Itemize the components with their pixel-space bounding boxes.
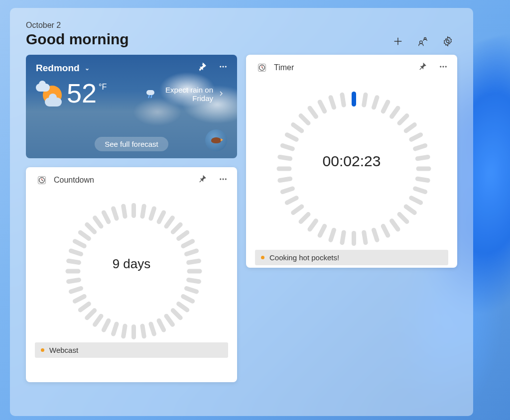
ring-tick xyxy=(298,112,312,126)
countdown-title: Countdown xyxy=(54,176,94,185)
ring-tick xyxy=(186,277,201,284)
countdown-label-bar[interactable]: Webcast xyxy=(35,342,228,358)
more-button[interactable] xyxy=(438,62,448,72)
clock-app-icon xyxy=(257,63,267,73)
svg-point-19 xyxy=(440,66,441,67)
ring-tick xyxy=(148,321,157,336)
more-button[interactable] xyxy=(218,62,228,72)
weather-temperature: 52 xyxy=(67,80,97,106)
ring-tick xyxy=(284,132,299,143)
timer-ring-wrap: 00:02:23 xyxy=(246,78,457,247)
ring-tick xyxy=(352,92,356,106)
timer-card-actions xyxy=(417,62,448,72)
weather-unit: °F xyxy=(99,83,107,92)
ring-tick xyxy=(121,323,128,339)
weather-location-selector[interactable]: Redmond ⌄ xyxy=(36,63,90,74)
widgets-panel: October 2 Good morning Redmond xyxy=(10,8,473,416)
ring-tick xyxy=(352,231,356,246)
ring-tick xyxy=(388,105,401,120)
weather-condition-icon xyxy=(36,80,65,108)
ring-tick xyxy=(66,269,81,274)
grid-col-2: Timer 00:02:23 xyxy=(246,55,457,382)
weather-body: 52 °F Expect rain on Friday xyxy=(26,74,237,108)
rain-icon xyxy=(145,89,153,99)
header-actions xyxy=(392,21,457,47)
ring-tick xyxy=(140,323,147,339)
svg-point-5 xyxy=(220,66,221,67)
ring-tick xyxy=(180,238,196,249)
ring-tick xyxy=(280,186,295,195)
ring-tick xyxy=(72,238,87,249)
timer-label-bar[interactable]: Cooking hot pockets! xyxy=(255,250,448,265)
countdown-card-header: Countdown xyxy=(26,167,237,190)
chevron-down-icon: ⌄ xyxy=(85,65,90,72)
ring-tick xyxy=(101,210,112,225)
ring-tick xyxy=(84,221,98,235)
ring-tick xyxy=(187,269,202,274)
ring-tick xyxy=(388,217,401,232)
pin-icon xyxy=(198,175,207,184)
ring-tick xyxy=(163,313,176,328)
svg-point-21 xyxy=(445,66,446,67)
ring-tick xyxy=(156,317,167,333)
ring-tick xyxy=(328,95,337,110)
ring-tick xyxy=(371,227,380,242)
ring-tick xyxy=(396,211,410,225)
widgets-grid: Redmond ⌄ xyxy=(26,55,457,382)
timer-title: Timer xyxy=(274,63,294,72)
ring-tick xyxy=(66,258,81,265)
svg-point-6 xyxy=(223,66,224,67)
weather-card-header: Redmond ⌄ xyxy=(26,55,237,74)
status-dot-icon xyxy=(41,348,44,352)
people-button[interactable] xyxy=(417,36,428,47)
ring-tick xyxy=(290,121,305,134)
pin-button[interactable] xyxy=(417,62,427,72)
ring-tick xyxy=(277,167,292,171)
ring-tick xyxy=(412,143,428,152)
ring-tick xyxy=(328,227,337,242)
ring-tick xyxy=(92,215,104,230)
ring-tick xyxy=(280,143,295,152)
weather-location: Redmond xyxy=(36,63,80,74)
weather-card[interactable]: Redmond ⌄ xyxy=(26,55,237,158)
more-button[interactable] xyxy=(218,174,228,184)
ring-tick xyxy=(307,105,319,120)
ring-tick xyxy=(298,211,312,225)
status-dot-icon xyxy=(261,256,264,259)
weather-forecast-text: Expect rain on Friday xyxy=(157,86,213,103)
timer-card[interactable]: Timer 00:02:23 xyxy=(246,55,457,268)
plus-icon xyxy=(392,36,403,47)
ring-tick xyxy=(416,167,431,171)
chevron-right-icon xyxy=(217,90,225,99)
header-greeting: Good morning xyxy=(26,31,129,48)
timer-ring: 00:02:23 xyxy=(272,82,431,241)
see-full-forecast-button[interactable]: See full forecast xyxy=(95,137,168,151)
pin-button[interactable] xyxy=(197,174,207,184)
ring-tick xyxy=(396,112,410,126)
countdown-card[interactable]: Countdown 9 days xyxy=(26,167,237,382)
add-widget-button[interactable] xyxy=(392,36,403,47)
ring-tick xyxy=(371,95,380,110)
weather-badge-button[interactable] xyxy=(205,129,227,151)
ring-tick xyxy=(66,277,81,284)
ring-tick xyxy=(284,195,299,206)
ring-tick xyxy=(184,286,199,295)
ring-tick xyxy=(68,286,84,295)
pin-button[interactable] xyxy=(197,62,207,72)
svg-point-2 xyxy=(420,41,423,44)
svg-point-14 xyxy=(225,179,226,180)
people-icon xyxy=(417,36,428,47)
weather-card-actions xyxy=(197,62,228,72)
settings-button[interactable] xyxy=(442,36,453,47)
widgets-header: October 2 Good morning xyxy=(26,21,457,48)
svg-point-13 xyxy=(223,179,224,180)
ring-tick xyxy=(186,258,201,265)
svg-point-12 xyxy=(220,179,221,180)
countdown-ring-wrap: 9 days xyxy=(26,190,237,339)
ring-tick xyxy=(77,229,92,242)
ring-tick xyxy=(317,223,328,238)
ring-tick xyxy=(403,204,418,216)
ring-tick xyxy=(362,92,369,107)
ring-tick xyxy=(175,229,190,242)
weather-forecast-link[interactable]: Expect rain on Friday xyxy=(145,86,225,103)
